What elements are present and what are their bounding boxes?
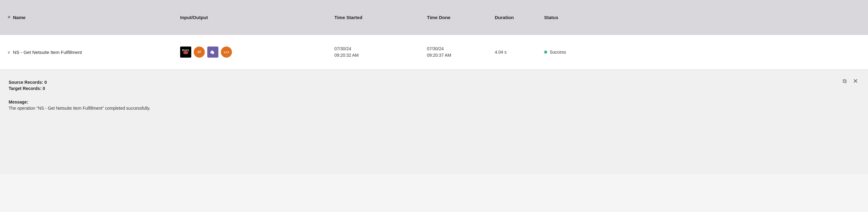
svg-text:ORACLE: ORACLE xyxy=(182,49,189,52)
col-name-label: Name xyxy=(13,15,26,20)
svg-rect-5 xyxy=(213,54,214,54)
detail-panel: ⧉ ✕ Source Records: 0 Target Records: 0 … xyxy=(0,70,868,174)
svg-text:⇄: ⇄ xyxy=(197,49,201,54)
cloud-icon[interactable] xyxy=(207,46,218,58)
col-header-time-started: Time Started xyxy=(334,15,427,20)
svg-rect-4 xyxy=(212,54,213,54)
row-io-cell: ORACLE ⇄ </> xyxy=(180,46,334,58)
row-duration: 4.04 s xyxy=(495,49,544,55)
col-header-duration: Duration xyxy=(495,15,544,20)
code-icon[interactable]: </> xyxy=(221,46,232,58)
expand-chevron-icon[interactable]: ∨ xyxy=(7,50,10,55)
row-time-started: 07/30/24 09:20:32 AM xyxy=(334,46,427,59)
arrows-icon[interactable]: ⇄ xyxy=(194,46,205,58)
detail-actions: ⧉ ✕ xyxy=(841,76,859,86)
target-records-label: Target Records: 0 xyxy=(9,86,859,91)
row-name-cell: ∨ NS - Get Netsuite Item Fulfillment xyxy=(7,49,180,55)
svg-text:</>: </> xyxy=(224,50,229,54)
col-header-io: Input/Output xyxy=(180,15,334,20)
detail-message-section: Message: The operation "NS - Get Netsuit… xyxy=(9,100,859,111)
table-header: ✕ Name Input/Output Time Started Time Do… xyxy=(0,0,868,35)
detail-records: Source Records: 0 Target Records: 0 xyxy=(9,80,859,91)
row-name-text: NS - Get Netsuite Item Fulfillment xyxy=(13,49,82,55)
sort-icon[interactable]: ✕ xyxy=(7,15,10,20)
message-label: Message: xyxy=(9,100,859,104)
col-header-time-done: Time Done xyxy=(427,15,495,20)
table-row: ∨ NS - Get Netsuite Item Fulfillment ORA… xyxy=(0,35,868,70)
row-time-done: 07/30/24 09:20:37 AM xyxy=(427,46,495,59)
col-header-name: ✕ Name xyxy=(7,15,180,20)
main-table: ✕ Name Input/Output Time Started Time Do… xyxy=(0,0,868,174)
copy-button[interactable]: ⧉ xyxy=(841,77,848,86)
source-records-label: Source Records: 0 xyxy=(9,80,859,85)
row-status: Success xyxy=(544,49,861,55)
close-button[interactable]: ✕ xyxy=(851,76,859,86)
svg-rect-3 xyxy=(212,53,214,54)
status-dot-icon xyxy=(544,50,547,54)
col-header-status: Status xyxy=(544,15,861,20)
status-text: Success xyxy=(550,49,566,55)
message-text: The operation "NS - Get Netsuite Item Fu… xyxy=(9,106,859,111)
oracle-icon[interactable]: ORACLE xyxy=(180,46,191,58)
